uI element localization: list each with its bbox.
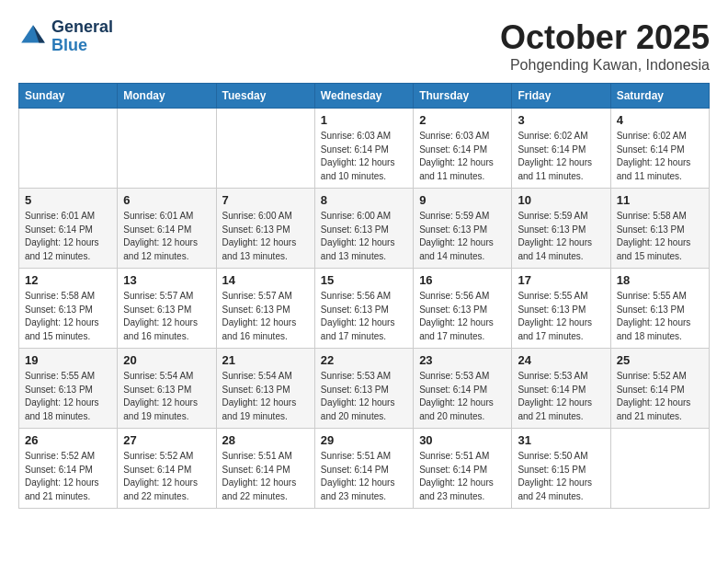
week-row-3: 12Sunrise: 5:58 AM Sunset: 6:13 PM Dayli… [19, 269, 710, 349]
day-number: 31 [518, 433, 604, 447]
day-number: 19 [25, 353, 111, 367]
day-number: 9 [419, 193, 506, 207]
weekday-header-row: SundayMondayTuesdayWednesdayThursdayFrid… [19, 84, 710, 109]
weekday-sunday: Sunday [19, 84, 118, 109]
empty-cell [19, 109, 118, 189]
day-info: Sunrise: 5:58 AM Sunset: 6:13 PM Dayligh… [617, 210, 703, 263]
day-number: 16 [419, 273, 506, 287]
day-info: Sunrise: 5:51 AM Sunset: 6:14 PM Dayligh… [222, 450, 309, 503]
week-row-2: 5Sunrise: 6:01 AM Sunset: 6:14 PM Daylig… [19, 189, 710, 269]
day-info: Sunrise: 5:54 AM Sunset: 6:13 PM Dayligh… [123, 370, 210, 423]
day-info: Sunrise: 6:03 AM Sunset: 6:14 PM Dayligh… [419, 130, 506, 183]
day-cell-29: 29Sunrise: 5:51 AM Sunset: 6:14 PM Dayli… [314, 429, 413, 509]
weekday-friday: Friday [512, 84, 610, 109]
day-cell-9: 9Sunrise: 5:59 AM Sunset: 6:13 PM Daylig… [414, 189, 512, 269]
day-number: 18 [617, 273, 703, 287]
day-info: Sunrise: 5:56 AM Sunset: 6:13 PM Dayligh… [321, 290, 407, 343]
day-number: 20 [123, 353, 210, 367]
day-number: 1 [321, 113, 407, 127]
day-info: Sunrise: 5:50 AM Sunset: 6:15 PM Dayligh… [518, 450, 604, 503]
day-cell-25: 25Sunrise: 5:52 AM Sunset: 6:14 PM Dayli… [610, 349, 709, 429]
day-cell-12: 12Sunrise: 5:58 AM Sunset: 6:13 PM Dayli… [19, 269, 118, 349]
day-info: Sunrise: 5:55 AM Sunset: 6:13 PM Dayligh… [518, 290, 604, 343]
day-cell-20: 20Sunrise: 5:54 AM Sunset: 6:13 PM Dayli… [118, 349, 216, 429]
day-cell-6: 6Sunrise: 6:01 AM Sunset: 6:14 PM Daylig… [118, 189, 216, 269]
logo: General Blue [18, 18, 113, 55]
day-info: Sunrise: 6:02 AM Sunset: 6:14 PM Dayligh… [518, 130, 604, 183]
day-cell-21: 21Sunrise: 5:54 AM Sunset: 6:13 PM Dayli… [216, 349, 314, 429]
day-cell-14: 14Sunrise: 5:57 AM Sunset: 6:13 PM Dayli… [216, 269, 314, 349]
day-info: Sunrise: 5:53 AM Sunset: 6:13 PM Dayligh… [321, 370, 407, 423]
day-info: Sunrise: 6:03 AM Sunset: 6:14 PM Dayligh… [321, 130, 407, 183]
day-cell-15: 15Sunrise: 5:56 AM Sunset: 6:13 PM Dayli… [314, 269, 413, 349]
day-cell-7: 7Sunrise: 6:00 AM Sunset: 6:13 PM Daylig… [216, 189, 314, 269]
day-number: 30 [419, 433, 506, 447]
logo-icon [18, 22, 48, 52]
day-cell-3: 3Sunrise: 6:02 AM Sunset: 6:14 PM Daylig… [512, 109, 610, 189]
day-number: 24 [518, 353, 604, 367]
day-cell-10: 10Sunrise: 5:59 AM Sunset: 6:13 PM Dayli… [512, 189, 610, 269]
day-number: 26 [25, 433, 111, 447]
day-cell-28: 28Sunrise: 5:51 AM Sunset: 6:14 PM Dayli… [216, 429, 314, 509]
weekday-wednesday: Wednesday [314, 84, 413, 109]
day-info: Sunrise: 5:59 AM Sunset: 6:13 PM Dayligh… [419, 210, 506, 263]
day-cell-24: 24Sunrise: 5:53 AM Sunset: 6:14 PM Dayli… [512, 349, 610, 429]
title-block: October 2025 Pohgending Kawan, Indonesia [500, 18, 710, 74]
week-row-5: 26Sunrise: 5:52 AM Sunset: 6:14 PM Dayli… [19, 429, 710, 509]
day-info: Sunrise: 5:53 AM Sunset: 6:14 PM Dayligh… [419, 370, 506, 423]
week-row-1: 1Sunrise: 6:03 AM Sunset: 6:14 PM Daylig… [19, 109, 710, 189]
day-cell-22: 22Sunrise: 5:53 AM Sunset: 6:13 PM Dayli… [314, 349, 413, 429]
day-info: Sunrise: 5:55 AM Sunset: 6:13 PM Dayligh… [25, 370, 111, 423]
empty-cell [216, 109, 314, 189]
day-info: Sunrise: 5:56 AM Sunset: 6:13 PM Dayligh… [419, 290, 506, 343]
day-number: 29 [321, 433, 407, 447]
day-number: 2 [419, 113, 506, 127]
calendar-table: SundayMondayTuesdayWednesdayThursdayFrid… [18, 83, 710, 509]
day-number: 25 [617, 353, 703, 367]
day-info: Sunrise: 5:51 AM Sunset: 6:14 PM Dayligh… [321, 450, 407, 503]
day-number: 22 [321, 353, 407, 367]
page-header: General Blue October 2025 Pohgending Kaw… [18, 18, 710, 74]
day-info: Sunrise: 5:53 AM Sunset: 6:14 PM Dayligh… [518, 370, 604, 423]
empty-cell [610, 429, 709, 509]
weekday-tuesday: Tuesday [216, 84, 314, 109]
day-cell-16: 16Sunrise: 5:56 AM Sunset: 6:13 PM Dayli… [414, 269, 512, 349]
weekday-saturday: Saturday [610, 84, 709, 109]
weekday-monday: Monday [118, 84, 216, 109]
day-number: 12 [25, 273, 111, 287]
week-row-4: 19Sunrise: 5:55 AM Sunset: 6:13 PM Dayli… [19, 349, 710, 429]
month-title: October 2025 [500, 18, 710, 57]
day-number: 3 [518, 113, 604, 127]
day-cell-17: 17Sunrise: 5:55 AM Sunset: 6:13 PM Dayli… [512, 269, 610, 349]
day-number: 13 [123, 273, 210, 287]
day-cell-5: 5Sunrise: 6:01 AM Sunset: 6:14 PM Daylig… [19, 189, 118, 269]
day-number: 17 [518, 273, 604, 287]
day-number: 11 [617, 193, 703, 207]
day-cell-18: 18Sunrise: 5:55 AM Sunset: 6:13 PM Dayli… [610, 269, 709, 349]
day-number: 21 [222, 353, 309, 367]
weekday-thursday: Thursday [414, 84, 512, 109]
day-cell-26: 26Sunrise: 5:52 AM Sunset: 6:14 PM Dayli… [19, 429, 118, 509]
day-cell-13: 13Sunrise: 5:57 AM Sunset: 6:13 PM Dayli… [118, 269, 216, 349]
day-number: 8 [321, 193, 407, 207]
day-info: Sunrise: 5:52 AM Sunset: 6:14 PM Dayligh… [617, 370, 703, 423]
day-info: Sunrise: 6:01 AM Sunset: 6:14 PM Dayligh… [25, 210, 111, 263]
location: Pohgending Kawan, Indonesia [500, 57, 710, 74]
day-info: Sunrise: 6:02 AM Sunset: 6:14 PM Dayligh… [617, 130, 703, 183]
day-number: 6 [123, 193, 210, 207]
day-number: 5 [25, 193, 111, 207]
day-info: Sunrise: 6:00 AM Sunset: 6:13 PM Dayligh… [321, 210, 407, 263]
day-info: Sunrise: 5:54 AM Sunset: 6:13 PM Dayligh… [222, 370, 309, 423]
day-cell-27: 27Sunrise: 5:52 AM Sunset: 6:14 PM Dayli… [118, 429, 216, 509]
day-number: 15 [321, 273, 407, 287]
day-cell-2: 2Sunrise: 6:03 AM Sunset: 6:14 PM Daylig… [414, 109, 512, 189]
day-cell-8: 8Sunrise: 6:00 AM Sunset: 6:13 PM Daylig… [314, 189, 413, 269]
logo-text: General Blue [51, 18, 113, 55]
day-info: Sunrise: 5:52 AM Sunset: 6:14 PM Dayligh… [25, 450, 111, 503]
day-info: Sunrise: 6:01 AM Sunset: 6:14 PM Dayligh… [123, 210, 210, 263]
day-info: Sunrise: 5:51 AM Sunset: 6:14 PM Dayligh… [419, 450, 506, 503]
day-number: 10 [518, 193, 604, 207]
day-info: Sunrise: 5:57 AM Sunset: 6:13 PM Dayligh… [222, 290, 309, 343]
day-cell-31: 31Sunrise: 5:50 AM Sunset: 6:15 PM Dayli… [512, 429, 610, 509]
day-number: 4 [617, 113, 703, 127]
